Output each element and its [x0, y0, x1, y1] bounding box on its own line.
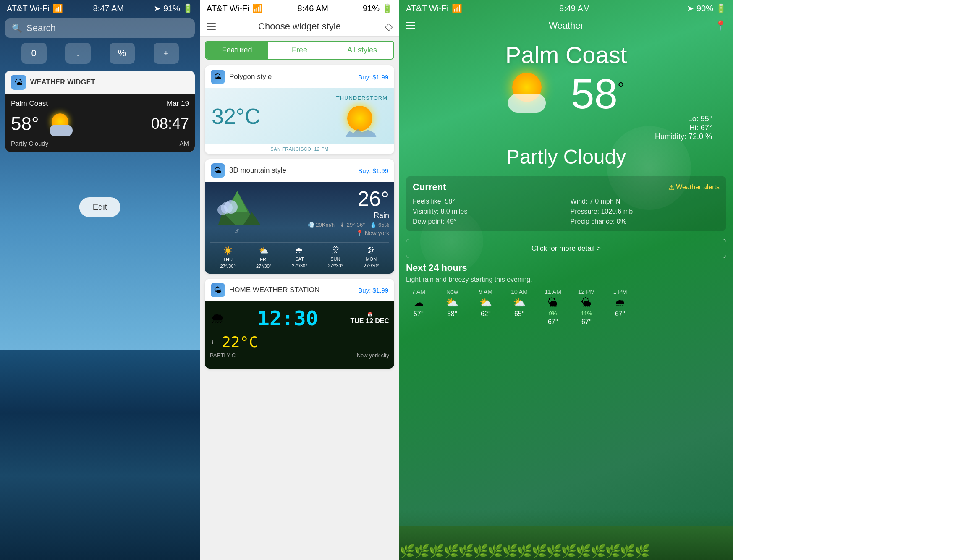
thu-temps: 27°/30°	[220, 264, 236, 269]
menu-line-1	[207, 23, 216, 24]
mon-temps: 27°/30°	[364, 263, 379, 268]
widget-app-icon: 🌤	[11, 75, 26, 90]
poly-cloud	[345, 125, 377, 137]
san-francisco-label: SAN FRANCISCO, 12 PM	[205, 144, 394, 154]
panel-widget-chooser: AT&T Wi-Fi 📶 8:46 AM 91% 🔋 Choose widget…	[200, 0, 399, 560]
h12pm-pct: 11%	[581, 310, 592, 317]
status-left: AT&T Wi-Fi 📶	[7, 3, 63, 13]
h7am-time: 7 AM	[412, 288, 425, 295]
main-cloud-graphic	[508, 94, 546, 113]
location-pin-icon[interactable]: 📍	[715, 20, 726, 31]
hnow-time: Now	[446, 288, 458, 295]
tab-featured[interactable]: Featured	[206, 42, 268, 59]
mon-day: MON	[366, 256, 377, 262]
p2-wifi-icon: 📶	[252, 3, 263, 13]
home-left: 🌤 HOME WEATHER STATION	[211, 283, 319, 297]
hourly-10am: 10 AM ⛅ 65°	[507, 288, 532, 326]
panel3-header: Weather 📍	[399, 17, 733, 34]
panel2-status-bar: AT&T Wi-Fi 📶 8:46 AM 91% 🔋	[200, 0, 399, 17]
grass-icons: 🌿🌿🌿🌿🌿🌿🌿🌿🌿🌿🌿🌿🌿🌿🌿🌿🌿	[399, 544, 649, 560]
weather-alerts-link[interactable]: ⚠ Weather alerts	[668, 183, 720, 191]
tab-free[interactable]: Free	[268, 42, 331, 59]
polygon-buy-button[interactable]: Buy: $1.99	[358, 73, 388, 81]
next24-title: Next 24 hours	[406, 262, 726, 273]
calc-plus-button[interactable]: +	[154, 43, 179, 64]
main-sun-graphic	[508, 73, 558, 115]
panel3-menu-icon[interactable]	[406, 22, 415, 29]
hnow-icon: ⛅	[446, 297, 458, 309]
hourly-7am: 7 AM ☁ 57°	[406, 288, 431, 326]
panel2-header: Choose widget style ◇	[200, 17, 399, 37]
hourly-now: Now ⛅ 58°	[440, 288, 465, 326]
thu-icon: ☀️	[223, 246, 233, 255]
h10am-temp: 65°	[514, 310, 524, 318]
forecast-sat: 🌧 SAT 27°/30°	[292, 246, 307, 269]
widget-sun-graphic	[47, 111, 77, 136]
mountain-temp-range: 🌡 29°-36°	[340, 222, 365, 228]
mountain-style-widget[interactable]: 🌤 3D mountain style Buy: $1.99	[205, 159, 394, 274]
home-location-row: PARTLY C New york city	[210, 352, 389, 359]
svg-point-7	[221, 202, 233, 214]
p3-carrier: AT&T Wi-Fi	[406, 4, 448, 13]
mountain-buy-button[interactable]: Buy: $1.99	[358, 167, 388, 174]
hourly-forecast-row: 7 AM ☁ 57° Now ⛅ 58° 9 AM ⛅ 62° 10 AM ⛅ …	[406, 288, 726, 326]
hourly-9am: 9 AM ⛅ 62°	[473, 288, 498, 326]
hourly-1pm: 1 PM 🌧 67°	[607, 288, 633, 326]
h1pm-icon: 🌧	[615, 297, 625, 309]
mountain-preview: ⛈ 26° Rain 💨 20Km/h 🌡 29°-36° 💧 65% 📍 Ne…	[205, 182, 394, 274]
hamburger-menu-icon[interactable]	[207, 23, 216, 30]
precip-chance: Precip chance: 0%	[571, 218, 720, 225]
hi-label: Hi: 67°	[399, 123, 712, 132]
city-name: Palm Coast	[399, 41, 733, 68]
alerts-label: Weather alerts	[676, 183, 720, 191]
svg-text:⛈: ⛈	[235, 228, 239, 233]
main-temperature: 58	[571, 70, 618, 117]
sun-temps: 27°/30°	[328, 263, 343, 268]
polygon-style-widget[interactable]: 🌤 Polygon style Buy: $1.99 32°C THUNDERS…	[205, 65, 394, 154]
h10am-time: 10 AM	[511, 288, 528, 295]
degree-unit: °	[618, 79, 624, 98]
h9am-time: 9 AM	[479, 288, 492, 295]
calc-dot-button[interactable]: .	[65, 43, 91, 64]
widget-condition-row: Partly Cloudy AM	[11, 140, 189, 147]
hnow-temp: 58°	[447, 310, 457, 318]
home-station-widget[interactable]: 🌤 HOME WEATHER STATION Buy: $1.99 🌧 12:3…	[205, 279, 394, 369]
carrier-label: AT&T Wi-Fi	[7, 4, 49, 13]
h12pm-temp: 67°	[581, 318, 592, 326]
tab-bar: Featured Free All styles	[205, 41, 394, 60]
polygon-temperature: 32°C	[212, 104, 260, 129]
polygon-right: THUNDERSTORM	[336, 95, 387, 137]
lo-label: Lo: 55°	[399, 115, 712, 123]
h11am-icon: 🌦	[548, 297, 558, 309]
p2-status-right: 91% 🔋	[363, 3, 393, 13]
polygon-preview: 32°C THUNDERSTORM	[205, 88, 394, 144]
polygon-header: 🌤 Polygon style Buy: $1.99	[205, 65, 394, 88]
home-buy-button[interactable]: Buy: $1.99	[358, 287, 388, 294]
fri-icon: ⛅	[259, 246, 268, 255]
sat-icon: 🌧	[296, 246, 303, 255]
alert-icon: ⚠	[668, 183, 674, 191]
home-top: 🌧 12:30 📅 TUE 12 DEC	[210, 306, 389, 330]
hi-lo-display: Lo: 55° Hi: 67° Humidity: 72.0 %	[399, 115, 733, 141]
edit-button[interactable]: Edit	[79, 197, 120, 217]
panel3-title: Weather	[549, 20, 584, 31]
widget-city-date: Palm Coast Mar 19	[11, 99, 189, 108]
calc-percent-button[interactable]: %	[110, 43, 135, 64]
widget-condition: Partly Cloudy	[11, 140, 48, 147]
calc-zero-button[interactable]: 0	[21, 43, 47, 64]
p3-status-right: ➤ 90% 🔋	[687, 3, 726, 13]
detail-button[interactable]: Click for more detail >	[406, 239, 726, 258]
location-arrow-icon: ➤	[154, 3, 161, 13]
p2-status-left: AT&T Wi-Fi 📶	[207, 3, 263, 13]
visibility: Visibility: 8.0 miles	[413, 208, 562, 215]
condition-text: Partly Cloudy	[399, 145, 733, 168]
mountain-header: 🌤 3D mountain style Buy: $1.99	[205, 159, 394, 182]
tab-all-styles[interactable]: All styles	[331, 42, 393, 59]
calculator-row: 0 . % +	[5, 39, 195, 67]
search-bar[interactable]: 🔍 Search	[5, 18, 195, 38]
diamond-icon[interactable]: ◇	[385, 21, 393, 32]
ocean-background	[0, 350, 200, 560]
menu-line-2	[207, 26, 216, 27]
mountain-name: 3D mountain style	[229, 166, 286, 175]
home-temperature: 22°C	[222, 333, 258, 351]
